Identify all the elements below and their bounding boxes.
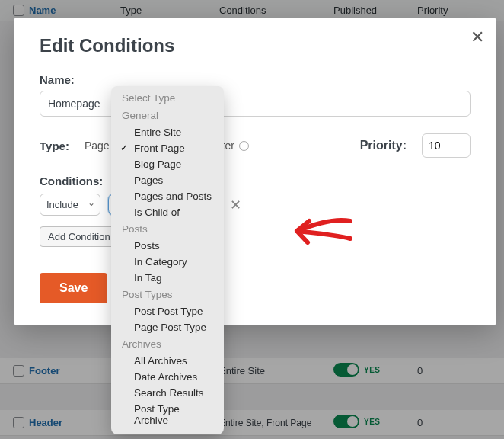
edit-conditions-modal: ✕ Edit Conditions Name: Type: Page Heade… <box>14 18 496 325</box>
dd-item[interactable]: Pages and Posts <box>111 188 224 204</box>
modal-title: Edit Conditions <box>40 35 471 56</box>
dd-item[interactable]: Pages <box>111 172 224 188</box>
annotation-arrow-icon <box>289 212 358 250</box>
name-input[interactable] <box>40 91 471 117</box>
dd-group: General <box>111 107 224 124</box>
close-icon[interactable]: ✕ <box>471 27 484 47</box>
dd-item[interactable]: In Category <box>111 254 224 270</box>
save-button[interactable]: Save <box>40 273 107 303</box>
dd-item[interactable]: In Tag <box>111 270 224 286</box>
include-exclude-select[interactable]: Include <box>40 194 100 216</box>
dd-item[interactable]: All Archives <box>111 353 224 369</box>
dd-group: Posts <box>111 220 224 238</box>
dd-item[interactable]: Post Type Archive <box>111 401 224 428</box>
dd-item[interactable]: Date Archives <box>111 369 224 385</box>
dd-item[interactable]: Search Results <box>111 385 224 401</box>
add-condition-button[interactable]: Add Condition <box>40 226 119 247</box>
dd-group: Post Types <box>111 286 224 303</box>
dd-placeholder: Select Type <box>111 89 224 107</box>
dd-item[interactable]: Page Post Type <box>111 319 224 335</box>
dd-item[interactable]: Post Post Type <box>111 303 224 319</box>
dd-group: Archives <box>111 335 224 353</box>
remove-condition-icon[interactable]: ✕ <box>230 197 241 213</box>
priority-label: Priority: <box>360 139 407 152</box>
dd-item[interactable]: Is Child of <box>111 204 224 220</box>
dd-item[interactable]: Posts <box>111 238 224 254</box>
dd-item[interactable]: Front Page <box>111 140 224 156</box>
dd-item[interactable]: Entire Site <box>111 124 224 140</box>
conditions-label: Conditions: <box>40 175 471 187</box>
type-label: Type: <box>40 139 69 152</box>
name-label: Name: <box>40 73 471 86</box>
dd-item[interactable]: Blog Page <box>111 156 224 172</box>
priority-input[interactable] <box>422 133 471 158</box>
type-dropdown: Select Type General Entire Site Front Pa… <box>111 86 224 434</box>
